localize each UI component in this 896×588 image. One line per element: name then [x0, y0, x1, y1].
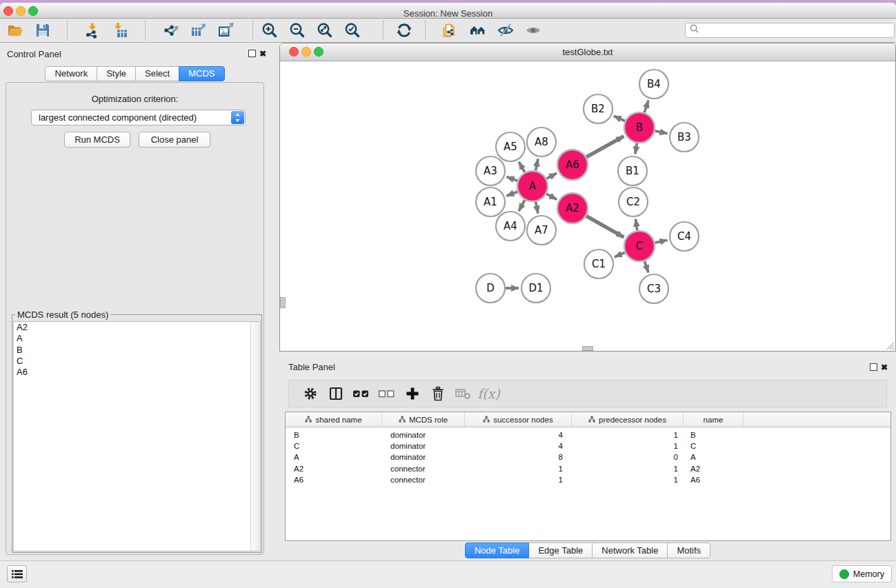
select-all-icon[interactable]	[348, 383, 374, 404]
cell-name[interactable]: B	[684, 429, 744, 440]
open-session-button[interactable]	[1, 20, 29, 41]
edge-B-B4[interactable]	[644, 101, 648, 112]
cell-successor-nodes[interactable]: 1	[465, 474, 572, 485]
float-panel-icon[interactable]	[248, 50, 256, 57]
eye-button[interactable]	[519, 20, 547, 41]
cell-mcds-role[interactable]: dominator	[382, 429, 465, 440]
import-network-button[interactable]	[79, 20, 106, 41]
cell-name[interactable]: A6	[684, 474, 744, 485]
table-row[interactable]: Adominator80A	[286, 452, 890, 463]
tab-node-table[interactable]: Node Table	[465, 543, 530, 558]
edge-C-C3[interactable]	[644, 261, 648, 273]
tab-motifs[interactable]: Motifs	[667, 543, 710, 558]
edge-A-A1[interactable]	[506, 192, 517, 196]
refresh-button[interactable]	[390, 20, 418, 41]
table-row[interactable]: Bdominator41B	[286, 429, 890, 440]
window-resize-grip[interactable]	[885, 341, 895, 350]
cell-shared-name[interactable]: A	[286, 452, 382, 463]
delete-table-icon[interactable]	[450, 383, 476, 404]
edge-A-A5[interactable]	[519, 162, 525, 172]
cell-successor-nodes[interactable]: 4	[465, 429, 572, 440]
unselect-all-icon[interactable]	[374, 383, 399, 404]
cell-successor-nodes[interactable]: 4	[465, 440, 572, 452]
edge-A-A2[interactable]	[546, 194, 557, 199]
cell-successor-nodes[interactable]: 8	[465, 452, 572, 463]
edge-C-C4[interactable]	[655, 240, 667, 243]
column-header-predecessor-nodes[interactable]: predecessor nodes	[572, 412, 684, 427]
close-panel-icon[interactable]: ✖	[259, 50, 266, 58]
edge-A-A8[interactable]	[536, 159, 538, 170]
search-input[interactable]	[700, 24, 894, 37]
edge-A-A3[interactable]	[507, 176, 518, 181]
cell-name[interactable]: A	[684, 452, 744, 463]
eye-slash-button[interactable]	[492, 20, 519, 41]
tab-edge-table[interactable]: Edge Table	[528, 543, 593, 558]
cell-shared-name[interactable]: A6	[286, 474, 382, 485]
network-from-document-button[interactable]	[437, 20, 464, 41]
function-builder-icon[interactable]: f(x)	[476, 383, 501, 404]
cell-name[interactable]: A2	[684, 463, 744, 474]
result-scrollbar[interactable]	[250, 322, 260, 551]
cell-shared-name[interactable]: C	[286, 440, 382, 452]
close-panel-button[interactable]: Close panel	[139, 132, 210, 148]
task-history-button[interactable]	[7, 565, 27, 582]
tab-style[interactable]: Style	[97, 66, 136, 81]
result-item[interactable]: A6	[14, 367, 260, 378]
gear-icon[interactable]	[297, 383, 323, 404]
table-row[interactable]: A2connector11A2	[286, 463, 890, 474]
edge-A-A6[interactable]	[546, 173, 557, 179]
result-item[interactable]: B	[14, 345, 260, 356]
cell-mcds-role[interactable]: dominator	[382, 440, 465, 452]
optimization-criterion-dropdown[interactable]: largest connected component (directed)	[31, 110, 246, 125]
cell-predecessor-nodes[interactable]: 1	[572, 463, 684, 474]
network-canvas[interactable]: AA1A2A3A4A5A6A7A8BB1B2B3B4CC1C2C3C4DD1	[280, 61, 895, 351]
cell-name[interactable]: C	[684, 440, 744, 452]
split-column-icon[interactable]	[323, 383, 348, 404]
zoom-out-button[interactable]	[283, 20, 311, 41]
save-session-button[interactable]	[29, 20, 57, 41]
column-header-mcds-role[interactable]: MCDS role	[382, 412, 465, 427]
export-network-button[interactable]	[157, 20, 185, 41]
memory-button[interactable]: Memory	[832, 565, 892, 582]
edge-B-B1[interactable]	[635, 143, 637, 154]
table-row[interactable]: Cdominator41C	[286, 440, 890, 452]
column-header-shared-name[interactable]: shared name	[286, 412, 382, 427]
cell-predecessor-nodes[interactable]: 1	[572, 474, 684, 485]
cell-mcds-role[interactable]: dominator	[382, 452, 465, 463]
zoom-fit-button[interactable]	[311, 20, 339, 41]
zoom-in-button[interactable]	[256, 20, 283, 41]
tab-network-table[interactable]: Network Table	[592, 543, 668, 558]
import-table-button[interactable]	[106, 20, 134, 41]
export-image-button[interactable]	[212, 20, 240, 41]
result-item[interactable]: C	[14, 356, 260, 367]
cell-mcds-role[interactable]: connector	[382, 474, 465, 485]
tab-select[interactable]: Select	[135, 66, 179, 81]
column-header-name[interactable]: name	[684, 412, 744, 427]
edge-C-C1[interactable]	[615, 252, 625, 257]
two-houses-button[interactable]	[464, 20, 492, 41]
add-column-icon[interactable]	[399, 383, 425, 404]
cell-predecessor-nodes[interactable]: 0	[572, 452, 684, 463]
tab-network[interactable]: Network	[45, 66, 97, 81]
edge-A6-B[interactable]	[586, 136, 624, 157]
cell-predecessor-nodes[interactable]: 1	[572, 440, 684, 452]
run-mcds-button[interactable]: Run MCDS	[64, 132, 130, 148]
edge-B-B3[interactable]	[655, 131, 667, 134]
edge-A-A4[interactable]	[519, 200, 525, 211]
export-table-button[interactable]	[185, 20, 212, 41]
search-field[interactable]	[685, 23, 895, 38]
trash-icon[interactable]	[425, 383, 450, 404]
cell-shared-name[interactable]: A2	[286, 463, 382, 474]
cell-predecessor-nodes[interactable]: 1	[572, 429, 684, 440]
cell-mcds-role[interactable]: connector	[382, 463, 465, 474]
result-item[interactable]: A	[14, 333, 260, 344]
tab-mcds[interactable]: MCDS	[179, 66, 224, 81]
result-item[interactable]: A2	[14, 322, 260, 333]
edge-C-C2[interactable]	[635, 219, 637, 230]
table-row[interactable]: A6connector11A6	[286, 474, 890, 485]
column-header-successor-nodes[interactable]: successor nodes	[465, 412, 572, 427]
zoom-selected-button[interactable]	[339, 20, 366, 41]
edge-B-B2[interactable]	[614, 116, 625, 121]
cell-shared-name[interactable]: B	[286, 429, 382, 440]
edge-A-A7[interactable]	[536, 202, 538, 214]
